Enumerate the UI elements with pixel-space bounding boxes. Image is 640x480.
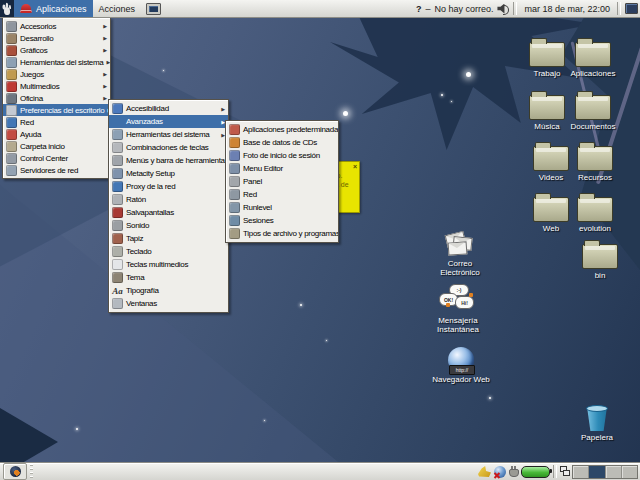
update-alert-icon[interactable] (478, 466, 491, 477)
key-bindings-icon (112, 142, 123, 153)
actions-menu-button[interactable]: Acciones (93, 0, 142, 17)
menu-item[interactable]: Panel (226, 175, 338, 188)
menu-item[interactable]: Tema (109, 271, 228, 284)
menu-item-label: Oficina (20, 94, 98, 103)
menu-item[interactable]: Tapiz (109, 232, 228, 245)
network-server-icon (6, 165, 17, 176)
menu-item[interactable]: Metacity Setup (109, 167, 228, 180)
menu-item-label: Control Center (20, 154, 98, 163)
screen-applet-icon[interactable] (625, 3, 638, 14)
note-close-icon[interactable]: × (353, 163, 357, 170)
menu-item[interactable]: Salvapantallas (109, 206, 228, 219)
menu-item[interactable]: Ratón (109, 193, 228, 206)
menu-item[interactable]: Preferencias del escritorio▶ (3, 104, 110, 116)
menu-item[interactable]: Gráficos▶ (3, 44, 110, 56)
window-thumbnails-icon[interactable] (560, 465, 569, 478)
menu-item[interactable]: Desarrollo▶ (3, 32, 110, 44)
menu-item[interactable]: Carpeta inicio (3, 140, 110, 152)
star (264, 420, 265, 421)
sphere-swirl-icon (10, 466, 21, 477)
desktop-icon-mensajeria-instantanea[interactable]: :-) OK! Hi! Mensajería Instantánea (429, 284, 487, 334)
desktop-icon-label: Música (534, 122, 559, 131)
menu-item[interactable]: Ayuda (3, 128, 110, 140)
menu-item[interactable]: Accesorios▶ (3, 20, 110, 32)
workspace-switcher[interactable] (572, 465, 638, 479)
menu-item-label: Tema (126, 273, 216, 282)
desktop-icon-recursos[interactable]: Recursos (566, 141, 624, 182)
desktop-icon-label: Recursos (578, 173, 612, 182)
menu-item[interactable]: Runlevel (226, 201, 338, 214)
chat-bubbles-icon: :-) OK! Hi! (439, 284, 477, 314)
star (441, 94, 443, 96)
workspace-3[interactable] (606, 466, 622, 478)
menu-item[interactable]: Control Center (3, 152, 110, 164)
menu-editor-icon (229, 163, 240, 174)
workspace-1[interactable] (573, 466, 589, 478)
star (489, 397, 491, 399)
menu-item[interactable]: Tipos de archivo y programas (226, 227, 338, 240)
menu-item[interactable]: Oficina▶ (3, 92, 110, 104)
volume-icon[interactable] (497, 4, 509, 14)
menu-item[interactable]: Base de datos de CDs (226, 136, 338, 149)
menu-item-label: Servidores de red (20, 166, 98, 175)
menu-item[interactable]: Teclado (109, 245, 228, 258)
menu-item[interactable]: Teclas multimedios (109, 258, 228, 271)
submenu-arrow-icon: ▶ (101, 35, 107, 41)
home-icon (6, 141, 17, 152)
menu-item-label: Menu Editor (243, 164, 326, 173)
menu-item[interactable]: Foto de inicio de sesión (226, 149, 338, 162)
menu-item[interactable]: Servidores de red (3, 164, 110, 176)
menu-item[interactable]: Herramientas del sistema▶ (3, 56, 110, 68)
menu-item-label: Proxy de la red (126, 182, 216, 191)
workspace-2[interactable] (589, 466, 605, 478)
applications-menu-button[interactable]: Aplicaciones (14, 0, 93, 17)
menu-item-label: Multimedios (20, 82, 98, 91)
desktop-icon-evolution[interactable]: evolution (566, 192, 624, 233)
cd-database-icon (229, 137, 240, 148)
folder-icon (529, 95, 565, 120)
desktop-icon-aplicaciones[interactable]: Aplicaciones (564, 37, 622, 78)
folder-icon (529, 42, 565, 67)
menu-item-label: Red (243, 190, 326, 199)
menu-item[interactable]: Menús y barra de herramientas (109, 154, 228, 167)
menu-item[interactable]: Herramientas del sistema▶ (109, 128, 228, 141)
menu-item[interactable]: Accesibilidad▶ (109, 102, 228, 115)
desktop-icon-correo-electronico[interactable]: Correo Electrónico (431, 231, 489, 277)
desktop-icon-documentos[interactable]: Documentos (564, 90, 622, 131)
battery-icon[interactable] (521, 466, 550, 478)
star (343, 111, 348, 116)
monitor-launcher-button[interactable] (145, 1, 162, 16)
menu-item[interactable]: Sonido (109, 219, 228, 232)
menu-item[interactable]: Red (3, 116, 110, 128)
menu-item[interactable]: Ventanas (109, 297, 228, 310)
workspace-4[interactable] (622, 466, 637, 478)
computer-icon (6, 57, 17, 68)
menu-item[interactable]: Combinaciones de teclas (109, 141, 228, 154)
mail-status-text[interactable]: No hay correo. (434, 4, 493, 14)
panel-icon (229, 176, 240, 187)
panel-handle[interactable] (29, 464, 34, 479)
menu-item[interactable]: Multimedios▶ (3, 80, 110, 92)
network-offline-icon[interactable] (494, 466, 506, 478)
menu-item[interactable]: Aplicaciones predeterminadas (226, 123, 338, 136)
gnome-foot-icon[interactable] (0, 0, 14, 17)
menu-item[interactable]: Avanzadas▶ (109, 115, 228, 128)
desktop-icon-label: bin (595, 271, 606, 280)
menu-item[interactable]: Menu Editor (226, 162, 338, 175)
app-launcher-button[interactable] (3, 463, 27, 480)
menu-item[interactable]: Sesiones (226, 214, 338, 227)
menu-item-label: Menús y barra de herramientas (126, 156, 228, 165)
desktop-icon-papelera[interactable]: Papelera (568, 405, 626, 442)
globe-icon (6, 117, 17, 128)
toolbar-icon (112, 155, 123, 166)
desktop-icon-navegador-web[interactable]: http:// Navegador Web (432, 347, 490, 384)
menu-item[interactable]: Red (226, 188, 338, 201)
mail-applet-placeholder-icon[interactable]: ? (416, 4, 422, 14)
power-plug-icon[interactable] (509, 466, 518, 477)
clock[interactable]: mar 18 de mar, 22:00 (521, 4, 613, 14)
menu-item-label: Red (20, 118, 98, 127)
menu-item[interactable]: Proxy de la red (109, 180, 228, 193)
desktop-icon-bin[interactable]: bin (571, 239, 629, 280)
menu-item[interactable]: AaTipografía (109, 284, 228, 297)
menu-item[interactable]: Juegos▶ (3, 68, 110, 80)
